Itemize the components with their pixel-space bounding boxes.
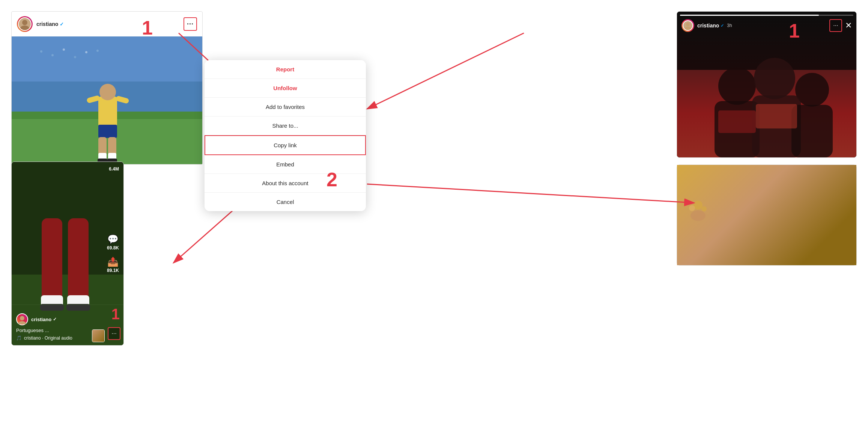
- svg-point-46: [690, 210, 706, 221]
- menu-item-add-favorites[interactable]: Add to favorites: [205, 98, 366, 116]
- reel-caption: Portugueses ...: [16, 328, 101, 333]
- svg-point-14: [99, 84, 116, 100]
- svg-point-35: [718, 67, 756, 105]
- profile-avatar-large: [683, 195, 713, 225]
- svg-point-0: [22, 20, 27, 25]
- svg-rect-42: [756, 104, 797, 128]
- svg-point-5: [51, 54, 54, 56]
- svg-point-47: [689, 205, 695, 211]
- story-actions: ··· ✕: [829, 19, 852, 32]
- svg-rect-3: [12, 36, 202, 82]
- menu-item-cancel[interactable]: Cancel: [205, 193, 366, 211]
- story-header: cristiano ✓ 3h ··· ✕: [677, 19, 856, 32]
- annotation-1-story: 1: [789, 20, 800, 42]
- menu-item-embed[interactable]: Embed: [205, 155, 366, 174]
- svg-rect-41: [718, 110, 756, 133]
- svg-point-4: [40, 50, 42, 53]
- reel-user: cristiano ✓: [16, 313, 101, 325]
- reel-username: cristiano ✓: [31, 317, 57, 322]
- reel-avatar: [16, 313, 28, 325]
- profile-stats-row: 3,745 posts 638M followers 577 following: [683, 195, 850, 225]
- reel-comment-count: 69.8K: [107, 245, 119, 251]
- reel-comment-stat: 💬 69.8K: [107, 234, 119, 251]
- reel-send-count: 89.1K: [107, 268, 119, 273]
- svg-point-36: [754, 58, 795, 99]
- reel-thumbnail: [92, 329, 105, 342]
- profile-avatar-inner: [684, 196, 712, 223]
- post-header: cristiano ✓ ···: [12, 12, 202, 36]
- post-image: [12, 36, 202, 164]
- avatar-ring: [17, 16, 33, 32]
- svg-point-8: [85, 51, 87, 53]
- reel-verified-icon: ✓: [53, 317, 57, 322]
- reel-audio-text: cristiano · Original audio: [24, 335, 72, 341]
- reel-bottom: cristiano ✓ Portugueses ... 🎵 cristiano …: [16, 313, 101, 341]
- svg-rect-17: [98, 125, 117, 138]
- menu-item-copy-link[interactable]: Copy link: [205, 135, 366, 155]
- story-progress-fill: [680, 15, 819, 16]
- svg-point-33: [20, 316, 24, 320]
- story-verified-icon: ✓: [721, 23, 724, 28]
- annotation-2-center: 2: [326, 168, 337, 191]
- story-time: 3h: [727, 23, 732, 28]
- menu-item-unfollow[interactable]: Unfollow: [205, 79, 366, 98]
- svg-point-1: [20, 26, 29, 30]
- music-icon: 🎵: [16, 335, 22, 341]
- username-row: cristiano ✓: [36, 21, 64, 27]
- story-card: cristiano ✓ 3h ··· ✕: [677, 11, 857, 158]
- svg-point-6: [63, 48, 65, 51]
- username-text[interactable]: cristiano: [36, 21, 58, 27]
- post-header-left: cristiano ✓: [17, 16, 64, 32]
- send-icon: 📤: [107, 257, 119, 267]
- comment-icon: 💬: [107, 234, 119, 245]
- svg-line-53: [367, 184, 694, 203]
- svg-line-52: [367, 33, 524, 109]
- svg-rect-40: [791, 105, 833, 157]
- story-user: cristiano ✓ 3h: [681, 19, 732, 32]
- reel-more-button[interactable]: ···: [108, 327, 120, 340]
- svg-rect-27: [68, 218, 89, 301]
- reel-audio: 🎵 cristiano · Original audio: [16, 335, 101, 341]
- reel-username-text: cristiano: [31, 317, 51, 322]
- svg-point-48: [701, 206, 707, 211]
- post-card-top-left: cristiano ✓ ···: [11, 11, 203, 165]
- story-progress-bar: [680, 15, 853, 16]
- post-more-button[interactable]: ···: [184, 17, 197, 31]
- reel-view-count: 6.4M: [109, 166, 119, 172]
- reel-annotation-1: 1: [111, 306, 120, 323]
- svg-point-34: [18, 321, 26, 324]
- story-more-button[interactable]: ···: [829, 19, 842, 32]
- annotation-1-top-left: 1: [142, 17, 153, 39]
- reel-send-stat: 📤 89.1K: [107, 257, 119, 273]
- reel-card: 6.4M 💬 69.8K 📤 89.1K cristiano ✓ Portugu…: [11, 162, 124, 346]
- reel-stats: 💬 69.8K 📤 89.1K: [107, 234, 119, 273]
- profile-content: 3,745 posts 638M followers 577 following…: [677, 189, 856, 265]
- profile-panel: ‹ cristiano ✓ ··· 1: [677, 165, 857, 266]
- story-username-text: cristiano: [697, 23, 719, 29]
- svg-point-44: [684, 27, 691, 30]
- menu-item-about[interactable]: About this account: [205, 174, 366, 193]
- story-close-button[interactable]: ✕: [845, 21, 852, 30]
- svg-point-43: [686, 23, 690, 26]
- story-avatar: [683, 20, 693, 31]
- svg-rect-13: [98, 97, 117, 127]
- menu-item-share-to[interactable]: Share to...: [205, 116, 366, 135]
- avatar: [18, 17, 32, 31]
- verified-icon: ✓: [60, 21, 64, 27]
- story-avatar-ring: [681, 19, 694, 32]
- story-username: cristiano ✓ 3h: [697, 23, 732, 29]
- svg-rect-26: [42, 218, 62, 301]
- svg-point-9: [96, 50, 99, 52]
- context-menu: Report Unfollow Add to favorites Share t…: [205, 60, 366, 211]
- svg-point-7: [74, 56, 76, 58]
- menu-item-report[interactable]: Report: [205, 60, 366, 79]
